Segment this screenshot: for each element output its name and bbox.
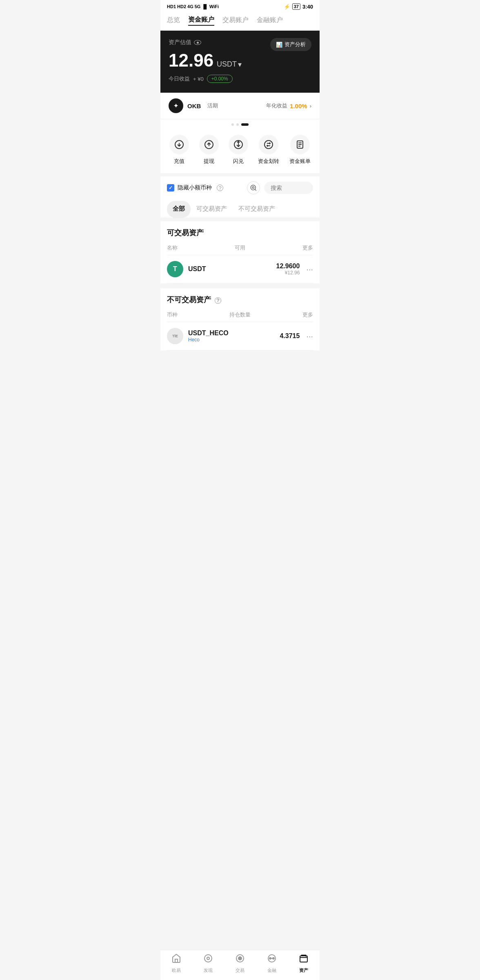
action-withdraw[interactable]: 提现 [199,135,219,165]
ledger-label: 资金账单 [289,158,311,165]
svg-point-5 [264,140,273,149]
nav-home[interactable]: 欧易 [160,953,192,973]
usdt-name: USDT [188,265,206,273]
col-available: 可用 [235,244,245,252]
search-area [247,181,313,194]
withdraw-label: 提现 [204,158,214,165]
network-indicator: HD1 [167,4,176,9]
hide-small-coins[interactable]: 隐藏小额币种 ? [167,184,223,192]
nontrade-table-header: 币种 持仓数量 更多 [167,308,313,322]
help-icon[interactable]: ? [217,185,223,191]
nav-discover[interactable]: 发现 [192,953,224,973]
tab-overview[interactable]: 总览 [167,15,180,25]
carousel-dots [160,119,320,128]
eye-icon[interactable] [194,40,201,45]
usdt-more-button[interactable]: ··· [306,265,313,274]
tradeable-table-header: 名称 可用 更多 [167,241,313,255]
tab-fund[interactable]: 资金账户 [188,15,214,26]
hero-asset-card: 📊 资产分析 资产估值 12.96 USDT ▾ 今日收益 + ¥0 +0.00… [160,31,320,93]
tab-trade[interactable]: 交易账户 [222,15,249,25]
nav-assets-label: 资产 [299,967,308,973]
signal-bars: ▐▌ [202,4,208,9]
heco-more-button[interactable]: ··· [306,332,313,341]
nav-assets[interactable]: 资产 [288,953,320,973]
action-ledger[interactable]: 资金账单 [289,135,311,165]
heco-info: USDT_HECO Heco [188,330,229,343]
col-more2: 更多 [302,311,313,318]
nav-finance[interactable]: 金融 [256,953,288,973]
deposit-label: 充值 [174,158,184,165]
tab-finance[interactable]: 金融账户 [257,15,283,25]
action-flash[interactable]: 闪兑 [229,135,248,165]
svg-rect-22 [300,956,307,962]
okb-tag: 活期 [207,102,218,109]
signal-4g: 4G [187,4,193,9]
okb-rate-info: 年化收益 1.00% › [266,102,311,109]
okb-rate-value: 1.00% [290,102,307,109]
svg-point-10 [251,185,256,190]
dot-2 [236,123,239,126]
tab-all[interactable]: 全部 [167,201,191,218]
discover-icon [203,953,213,966]
scan-button[interactable] [247,181,260,194]
tradeable-section-title: 可交易资产 [167,221,313,241]
nontrade-section-title: 不可交易资产 ? [167,288,313,308]
heco-values: 4.3715 [280,332,300,340]
tab-nontrade[interactable]: 不可交易资产 [233,201,281,218]
status-bar: HD1 HD2 4G 5G ▐▌ WiFi ⚡ 37 3:40 [160,0,320,11]
svg-point-17 [238,957,242,960]
actions-row: 充值 提现 闪兑 资金划转 [160,128,320,173]
battery-indicator: 37 [292,3,300,10]
table-row: TlE USDT_HECO Heco 4.3715 ··· [167,322,313,350]
svg-line-12 [255,189,256,190]
table-row: T USDT 12.9600 ¥12.96 ··· [167,255,313,283]
nontrade-section: 不可交易资产 ? 币种 持仓数量 更多 TlE USDT_HECO Heco 4… [160,288,320,350]
asset-value: 12.96 USDT ▾ [169,50,311,71]
svg-point-15 [207,957,209,960]
okb-banner[interactable]: ✦ OKB 活期 年化收益 1.00% › [160,93,320,119]
asset-analysis-button[interactable]: 📊 资产分析 [270,38,311,51]
svg-point-19 [269,958,271,959]
okb-info: ✦ OKB 活期 [169,98,218,113]
bottom-nav: 欧易 发现 交易 金融 [160,950,320,980]
earnings-badge: +0.00% [207,75,233,83]
withdraw-icon [199,135,219,154]
action-transfer[interactable]: 资金划转 [258,135,279,165]
tab-tradeable[interactable]: 可交易资产 [191,201,233,218]
trade-icon [235,953,245,966]
nav-finance-label: 金融 [267,967,276,973]
nontrade-help-icon[interactable]: ? [215,297,221,304]
tradeable-section: 可交易资产 名称 可用 更多 T USDT 12.9600 ¥12.96 ··· [160,221,320,283]
hide-small-checkbox[interactable] [167,184,174,192]
signal-5g: 5G [195,4,201,9]
home-icon [171,953,181,966]
deposit-icon [169,135,189,154]
nav-discover-label: 发现 [204,967,213,973]
chart-icon: 📊 [276,42,282,48]
status-left: HD1 HD2 4G 5G ▐▌ WiFi [167,4,219,9]
search-input[interactable] [264,182,313,194]
col-more: 更多 [302,244,313,252]
transfer-icon [259,135,278,154]
asset-currency: USDT ▾ [217,60,242,69]
action-deposit[interactable]: 充值 [169,135,189,165]
svg-point-20 [273,958,274,959]
col-name: 名称 [167,244,178,252]
nav-trade[interactable]: 交易 [224,953,256,973]
usdt-values: 12.9600 ¥12.96 [276,263,300,276]
okb-rate-label: 年化收益 [266,102,287,109]
ledger-icon [290,135,310,154]
flash-icon [229,135,248,154]
svg-point-11 [252,187,254,189]
dot-1 [231,123,234,126]
okb-name: OKB [187,102,201,109]
dot-3 [241,123,249,126]
network-indicator2: HD2 [177,4,186,9]
wifi-icon: WiFi [209,4,219,9]
col-coin: 币种 [167,311,178,318]
finance-icon [267,953,277,966]
nav-home-label: 欧易 [172,967,181,973]
usdt-icon: T [167,261,183,277]
assets-icon [299,953,309,966]
dropdown-arrow[interactable]: ▾ [238,60,242,69]
